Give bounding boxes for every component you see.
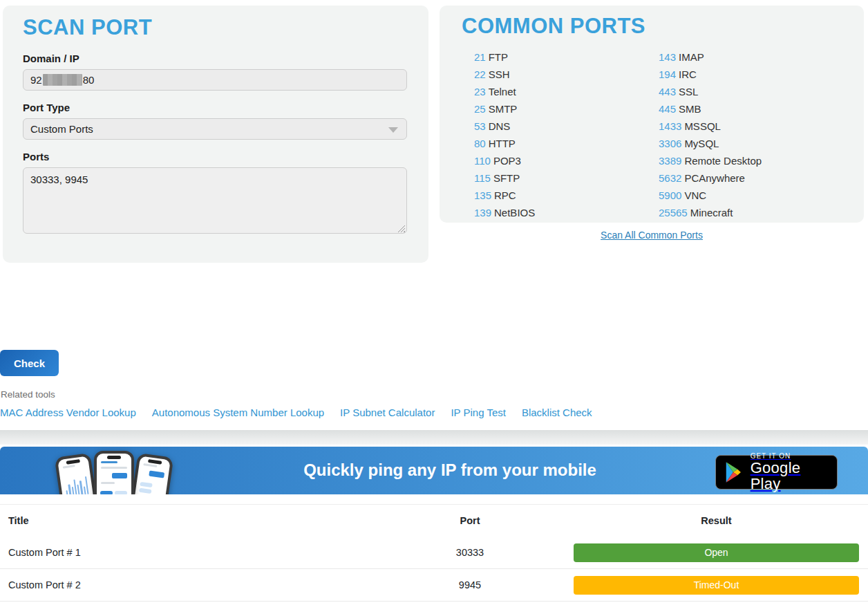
common-port-item[interactable]: 443SSL — [659, 83, 762, 100]
common-port-item[interactable]: 5632PCAnywhere — [659, 169, 762, 187]
related-tool-link[interactable]: IP Ping Test — [451, 407, 506, 418]
common-port-item[interactable]: 23Telnet — [474, 83, 659, 100]
section-divider — [0, 430, 868, 445]
port-number-link[interactable]: 135 — [474, 189, 491, 201]
google-play-icon — [724, 460, 744, 484]
row-title: Custom Port # 2 — [0, 579, 387, 590]
port-number-link[interactable]: 25 — [474, 103, 486, 115]
port-number-link[interactable]: 143 — [659, 51, 676, 63]
common-port-item[interactable]: 5900VNC — [659, 187, 762, 204]
port-service-name: Minecraft — [690, 207, 733, 218]
common-port-item[interactable]: 53DNS — [474, 118, 659, 135]
port-type-select[interactable]: Custom Ports — [23, 118, 407, 140]
port-number-link[interactable]: 110 — [474, 155, 491, 167]
port-service-name: IMAP — [679, 51, 704, 63]
port-service-name: HTTP — [489, 138, 516, 149]
header-result: Result — [553, 515, 868, 526]
port-service-name: SSL — [679, 86, 698, 97]
port-service-name: Telnet — [489, 86, 516, 97]
port-service-name: MySQL — [684, 138, 719, 149]
port-number-link[interactable]: 25565 — [659, 207, 688, 218]
port-number-link[interactable]: 21 — [474, 51, 486, 63]
port-number-link[interactable]: 5900 — [659, 189, 681, 201]
port-number-link[interactable]: 139 — [474, 207, 491, 218]
port-scanner-page: SCAN PORT Domain / IP 9280 Port Type Cus… — [0, 0, 868, 605]
common-port-item[interactable]: 139NetBIOS — [474, 204, 659, 221]
port-number-link[interactable]: 22 — [474, 68, 486, 80]
domain-ip-label: Domain / IP — [23, 53, 406, 64]
row-port: 9945 — [387, 579, 553, 590]
related-tools-links: MAC Address Vendor LookupAutonomous Syst… — [0, 407, 592, 418]
port-service-name: PCAnywhere — [684, 172, 745, 184]
common-port-item[interactable]: 135RPC — [474, 187, 659, 204]
result-status-badge: Timed-Out — [574, 576, 859, 595]
related-tool-link[interactable]: Autonomous System Number Lookup — [152, 407, 324, 418]
google-play-large-text: Google Play — [751, 460, 829, 492]
check-button[interactable]: Check — [0, 350, 59, 376]
header-title: Title — [0, 515, 387, 526]
row-title: Custom Port # 1 — [0, 547, 387, 558]
common-port-item[interactable]: 22SSH — [474, 66, 659, 83]
port-service-name: POP3 — [493, 155, 521, 167]
common-port-item[interactable]: 25SMTP — [474, 100, 659, 118]
related-tool-link[interactable]: MAC Address Vendor Lookup — [0, 407, 136, 418]
port-number-link[interactable]: 443 — [659, 86, 676, 97]
related-tools-heading: Related tools — [1, 389, 55, 400]
port-service-name: IRC — [679, 68, 697, 80]
common-port-item[interactable]: 80HTTP — [474, 135, 659, 152]
phones-illustration — [55, 449, 180, 494]
common-port-item[interactable]: 194IRC — [659, 66, 762, 83]
google-play-badge[interactable]: GET IT ON Google Play — [715, 455, 838, 490]
common-port-item[interactable]: 143IMAP — [659, 48, 762, 66]
port-number-link[interactable]: 80 — [474, 138, 486, 149]
common-ports-column-2: 143IMAP194IRC443SSL445SMB1433MSSQL3306My… — [659, 48, 762, 221]
redacted-ip-segment — [43, 74, 82, 86]
common-port-item[interactable]: 1433MSSQL — [659, 118, 762, 135]
port-type-selected-value: Custom Ports — [30, 123, 93, 135]
port-number-link[interactable]: 5632 — [659, 172, 681, 184]
port-number-link[interactable]: 194 — [659, 68, 676, 80]
common-port-item[interactable]: 3306MySQL — [659, 135, 762, 152]
header-port: Port — [387, 515, 553, 526]
port-service-name: FTP — [489, 51, 508, 63]
port-number-link[interactable]: 3389 — [659, 155, 681, 167]
scan-port-panel: SCAN PORT Domain / IP 9280 Port Type Cus… — [3, 6, 428, 263]
common-port-item[interactable]: 21FTP — [474, 48, 659, 66]
port-type-label: Port Type — [23, 102, 406, 113]
scan-all-common-ports-link[interactable]: Scan All Common Ports — [601, 230, 703, 241]
related-tool-link[interactable]: Blacklist Check — [522, 407, 592, 418]
related-tool-link[interactable]: IP Subnet Calculator — [340, 407, 435, 418]
common-ports-list: 21FTP22SSH23Telnet25SMTP53DNS80HTTP110PO… — [462, 48, 864, 221]
port-service-name: Remote Desktop — [684, 155, 762, 167]
port-number-link[interactable]: 1433 — [659, 120, 681, 132]
port-service-name: SMB — [679, 103, 701, 115]
domain-value-suffix: 80 — [83, 74, 95, 86]
port-service-name: DNS — [489, 120, 511, 132]
port-service-name: VNC — [684, 189, 706, 201]
common-port-item[interactable]: 3389Remote Desktop — [659, 152, 762, 169]
ports-textarea[interactable]: 30333, 9945 — [23, 167, 407, 234]
common-port-item[interactable]: 445SMB — [659, 100, 762, 118]
scan-results-table: Title Port Result Custom Port # 130333Op… — [0, 504, 868, 602]
port-service-name: SSH — [489, 68, 510, 80]
scan-port-title: SCAN PORT — [23, 15, 406, 40]
row-result-cell: Open — [553, 543, 868, 562]
port-number-link[interactable]: 3306 — [659, 138, 681, 149]
result-status-badge: Open — [574, 543, 859, 562]
port-service-name: NetBIOS — [494, 207, 535, 218]
common-port-item[interactable]: 115SFTP — [474, 169, 659, 187]
port-number-link[interactable]: 53 — [474, 120, 486, 132]
table-row: Custom Port # 29945Timed-Out — [0, 569, 868, 602]
ports-label: Ports — [23, 151, 406, 162]
port-service-name: SFTP — [493, 172, 520, 184]
common-port-item[interactable]: 110POP3 — [474, 152, 659, 169]
port-service-name: SMTP — [489, 103, 518, 115]
row-port: 30333 — [387, 547, 553, 558]
port-number-link[interactable]: 115 — [474, 172, 491, 184]
table-body: Custom Port # 130333OpenCustom Port # 29… — [0, 537, 868, 602]
domain-input[interactable]: 9280 — [23, 69, 407, 91]
common-port-item[interactable]: 25565Minecraft — [659, 204, 762, 221]
port-number-link[interactable]: 23 — [474, 86, 486, 97]
port-number-link[interactable]: 445 — [659, 103, 676, 115]
phone-mockup-right — [128, 453, 174, 494]
